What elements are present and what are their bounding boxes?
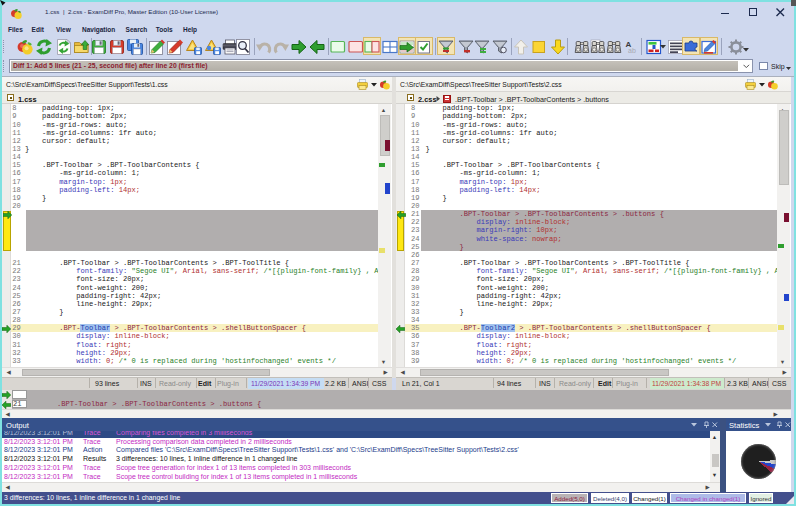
svg-text:ab: ab xyxy=(628,47,636,54)
